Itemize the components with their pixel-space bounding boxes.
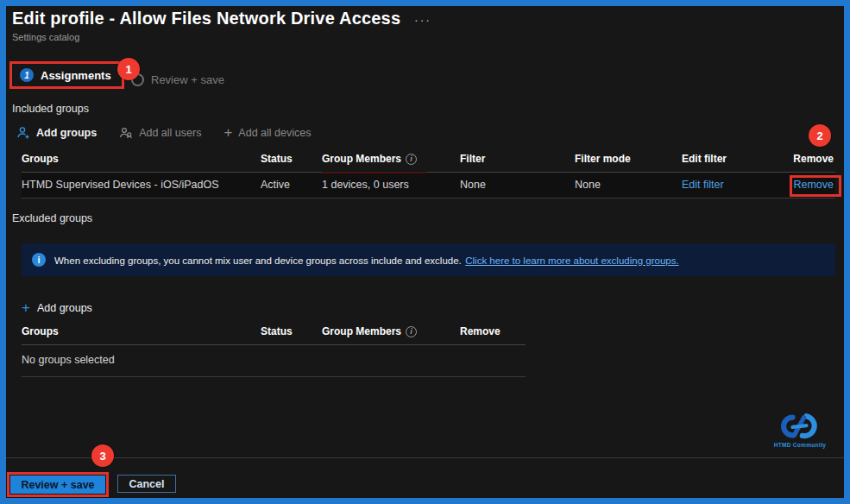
included-groups-table: Groups Status Group Members i Filter Fil… [22, 153, 835, 198]
included-groups-heading: Included groups [12, 103, 89, 115]
no-groups-selected-text: No groups selected [22, 345, 526, 377]
page-title: Edit profile - Allow Files Network Drive… [12, 9, 400, 28]
add-excluded-groups-label: Add groups [37, 302, 92, 314]
add-groups-button[interactable]: Add groups [16, 126, 97, 140]
edit-filter-link[interactable]: Edit filter [682, 179, 724, 191]
group-filter: None [460, 179, 575, 191]
col-group-members: Group Members i [322, 153, 460, 165]
add-all-users-button[interactable]: Add all users [119, 126, 201, 140]
plus-icon: + [22, 300, 30, 315]
group-status: Active [261, 179, 322, 191]
page-subtitle: Settings catalog [12, 32, 79, 42]
tab-review-save-label: Review + save [151, 73, 224, 86]
col-status: Status [261, 325, 322, 337]
htmd-community-logo: HTMD Community [771, 412, 828, 448]
add-all-users-label: Add all users [139, 127, 201, 139]
review-save-button[interactable]: Review + save [10, 476, 105, 494]
tab-review-save[interactable]: Review + save [131, 73, 224, 86]
group-filter-mode: None [575, 179, 682, 191]
included-table-header: Groups Status Group Members i Filter Fil… [22, 153, 835, 173]
htmd-logo-text: HTMD Community [771, 442, 828, 448]
col-groups: Groups [22, 325, 261, 337]
add-groups-label: Add groups [36, 127, 97, 139]
edit-profile-window: Edit profile - Allow Files Network Drive… [0, 0, 850, 504]
exclude-info-banner: i When excluding groups, you cannot mix … [22, 243, 835, 276]
info-icon[interactable]: i [406, 326, 417, 337]
people-icon [119, 126, 133, 140]
excluded-groups-table: Groups Status Group Members i Remove No … [22, 325, 526, 377]
annotation-badge-3: 3 [91, 444, 114, 467]
col-remove: Remove [790, 153, 835, 165]
col-edit-filter: Edit filter [682, 153, 790, 165]
info-icon[interactable]: i [406, 154, 417, 165]
included-groups-toolbar: Add groups Add all users + Add all devic… [16, 125, 311, 140]
annotation-badge-1: 1 [117, 58, 140, 80]
person-add-icon [16, 126, 30, 140]
col-groups: Groups [22, 153, 261, 165]
annotation-box-review-save: Review + save [7, 472, 109, 497]
col-remove: Remove [460, 325, 526, 337]
col-group-members: Group Members i [322, 325, 460, 337]
add-excluded-groups-button[interactable]: + Add groups [22, 300, 92, 315]
group-name: HTMD Supervised Devices - iOS/iPadOS [22, 179, 261, 191]
annotation-badge-2: 2 [809, 124, 831, 147]
footer-divider [6, 457, 844, 458]
col-filter: Filter [460, 153, 575, 165]
plus-icon: + [224, 125, 232, 140]
tab-assignments-label: Assignments [41, 69, 111, 82]
add-all-devices-label: Add all devices [238, 127, 311, 139]
add-all-devices-button[interactable]: + Add all devices [224, 125, 311, 140]
excluded-groups-heading: Excluded groups [12, 212, 92, 224]
step-1-circle-icon: 1 [20, 68, 34, 82]
htmd-logo-icon [771, 412, 827, 441]
exclude-learn-more-link[interactable]: Click here to learn more about excluding… [465, 255, 678, 266]
more-options-icon[interactable]: ··· [414, 13, 431, 27]
excluded-table-header: Groups Status Group Members i Remove [22, 325, 526, 345]
cancel-button[interactable]: Cancel [117, 475, 176, 493]
tab-assignments[interactable]: 1 Assignments [20, 68, 111, 82]
group-members-count: 1 devices, 0 users [322, 179, 460, 191]
annotation-box-assignments: 1 Assignments [9, 61, 124, 89]
col-filter-mode: Filter mode [575, 153, 682, 165]
col-status: Status [261, 153, 322, 165]
annotation-underline [322, 172, 427, 173]
remove-link[interactable]: Remove [793, 179, 834, 191]
exclude-info-text: When excluding groups, you cannot mix us… [54, 255, 462, 266]
table-row: HTMD Supervised Devices - iOS/iPadOS Act… [22, 173, 835, 198]
info-banner-icon: i [32, 253, 46, 267]
